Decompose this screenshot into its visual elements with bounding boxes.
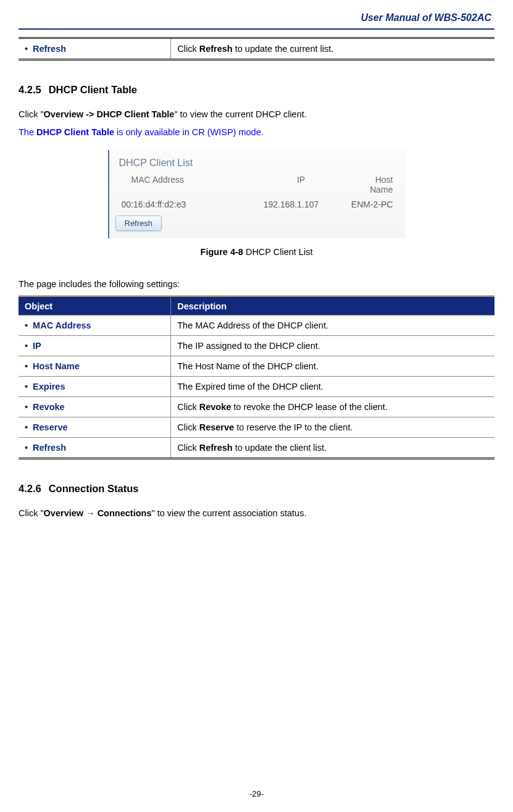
object-cell: •Refresh <box>19 38 171 60</box>
description-cell: The MAC Address of the DHCP client. <box>171 316 494 336</box>
description-cell: Click Refresh to update the client list. <box>171 438 494 459</box>
figure-col-mac: MAC Address <box>119 175 243 195</box>
figure-caption-bold: Figure 4-8 <box>201 247 243 257</box>
settings-table: Object Description •MAC Address The MAC … <box>19 296 494 459</box>
desc-pre: Click <box>177 443 199 453</box>
object-cell: •Expires <box>19 377 171 397</box>
section-heading-dhcp: 4.2.5DHCP Client Table <box>19 84 494 96</box>
bullet-icon: • <box>25 44 28 54</box>
object-label: IP <box>33 341 41 351</box>
bullet-icon: • <box>25 422 28 432</box>
figure-data-row: 00:16:d4:ff:d2:e3 192.168.1.107 ENM-2-PC <box>117 197 402 216</box>
desc-pre: The MAC Address of the DHCP client. <box>177 320 328 330</box>
table-row: •Expires The Expired time of the DHCP cl… <box>19 377 494 397</box>
object-label: Expires <box>33 382 65 391</box>
text-post: " to view the current association status… <box>151 508 306 518</box>
section-title: DHCP Client Table <box>49 84 137 95</box>
object-cell: •MAC Address <box>19 316 171 336</box>
table-row: •MAC Address The MAC Address of the DHCP… <box>19 316 494 336</box>
object-cell: •Revoke <box>19 397 171 417</box>
section-number: 4.2.5 <box>19 84 41 96</box>
figure-cell-host: ENM-2-PC <box>350 199 399 209</box>
text-post: " to view the current DHCP client. <box>174 109 306 119</box>
description-cell: The Expired time of the DHCP client. <box>171 377 494 397</box>
object-cell: •Refresh <box>19 438 171 459</box>
desc-post: to update the current list. <box>233 44 334 54</box>
desc-pre: Click <box>177 422 199 432</box>
section-heading-connection-status: 4.2.6Connection Status <box>19 483 494 495</box>
figure-col-host: Host Name <box>360 175 399 195</box>
dhcp-para2: The DHCP Client Table is only available … <box>19 123 494 141</box>
desc-pre: Click <box>177 402 199 412</box>
description-cell: Click Reserve to reserve the IP to the c… <box>171 417 494 438</box>
doc-header-title: User Manual of WBS-502AC <box>19 12 494 23</box>
desc-pre: Click <box>177 44 199 54</box>
header-rule <box>19 28 494 30</box>
object-label: MAC Address <box>33 320 91 330</box>
table-row: •Refresh Click Refresh to update the cli… <box>19 438 494 459</box>
dhcp-para1: Click "Overview -> DHCP Client Table" to… <box>19 106 494 123</box>
figure-dhcp-client-list: DHCP Client List MAC Address IP Host Nam… <box>108 150 406 238</box>
desc-post: to update the client list. <box>233 443 327 453</box>
table-row: •Refresh Click Refresh to update the cur… <box>19 38 494 60</box>
desc-bold: Reserve <box>199 422 234 432</box>
description-cell: The Host Name of the DHCP client. <box>171 356 494 377</box>
description-cell: Click Refresh to update the current list… <box>171 38 494 60</box>
object-cell: •IP <box>19 336 171 356</box>
text-pre: Click " <box>19 508 44 518</box>
table-row: •Reserve Click Reserve to reserve the IP… <box>19 417 494 438</box>
bullet-icon: • <box>25 320 28 330</box>
figure-column-header: MAC Address IP Host Name <box>117 175 402 197</box>
text-bold: Overview → Connections <box>44 508 152 518</box>
figure-caption: Figure 4-8 DHCP Client List <box>19 247 494 257</box>
top-refresh-table: •Refresh Click Refresh to update the cur… <box>19 37 494 61</box>
bullet-icon: • <box>25 341 28 351</box>
table-header-row: Object Description <box>19 297 494 316</box>
figure-cell-mac: 00:16:d4:ff:d2:e3 <box>119 199 233 209</box>
description-cell: The IP assigned to the DHCP client. <box>171 336 494 356</box>
desc-post: to reserve the IP to the client. <box>234 422 352 432</box>
desc-bold: Refresh <box>199 44 233 54</box>
desc-bold: Refresh <box>199 443 233 453</box>
header-description: Description <box>171 297 494 316</box>
text-bold: DHCP Client Table <box>36 127 114 137</box>
text-pre: Click " <box>19 109 44 119</box>
object-label: Refresh <box>33 44 66 54</box>
desc-post: to revoke the DHCP lease of the client. <box>231 402 388 412</box>
desc-pre: The IP assigned to the DHCP client. <box>177 341 320 351</box>
object-label: Reserve <box>33 422 67 432</box>
page-number: -29- <box>0 789 513 798</box>
header-object: Object <box>19 297 171 316</box>
table-row: •Host Name The Host Name of the DHCP cli… <box>19 356 494 377</box>
bullet-icon: • <box>25 361 28 371</box>
settings-intro: The page includes the following settings… <box>19 275 494 293</box>
object-cell: •Host Name <box>19 356 171 377</box>
figure-refresh-button[interactable]: Refresh <box>115 216 162 231</box>
description-cell: Click Revoke to revoke the DHCP lease of… <box>171 397 494 417</box>
object-label: Refresh <box>33 443 66 453</box>
bullet-icon: • <box>25 382 28 391</box>
section-number: 4.2.6 <box>19 483 41 495</box>
text-post: is only available in CR (WISP) mode. <box>114 127 264 137</box>
bullet-icon: • <box>25 402 28 412</box>
desc-pre: The Expired time of the DHCP client. <box>177 382 323 391</box>
section-title: Connection Status <box>49 483 139 494</box>
object-label: Host Name <box>33 361 80 371</box>
figure-col-ip: IP <box>243 175 360 195</box>
object-label: Revoke <box>33 402 65 412</box>
figure-panel-title: DHCP Client List <box>117 154 402 175</box>
bullet-icon: • <box>25 443 28 453</box>
text-bold: Overview -> DHCP Client Table <box>44 109 175 119</box>
table-row: •Revoke Click Revoke to revoke the DHCP … <box>19 397 494 417</box>
text-pre: The <box>19 127 36 137</box>
figure-caption-text: DHCP Client List <box>243 247 313 257</box>
figure-cell-ip: 192.168.1.107 <box>233 199 350 209</box>
desc-bold: Revoke <box>199 402 231 412</box>
connection-para1: Click "Overview → Connections" to view t… <box>19 504 494 522</box>
desc-pre: The Host Name of the DHCP client. <box>177 361 319 371</box>
table-row: •IP The IP assigned to the DHCP client. <box>19 336 494 356</box>
object-cell: •Reserve <box>19 417 171 438</box>
